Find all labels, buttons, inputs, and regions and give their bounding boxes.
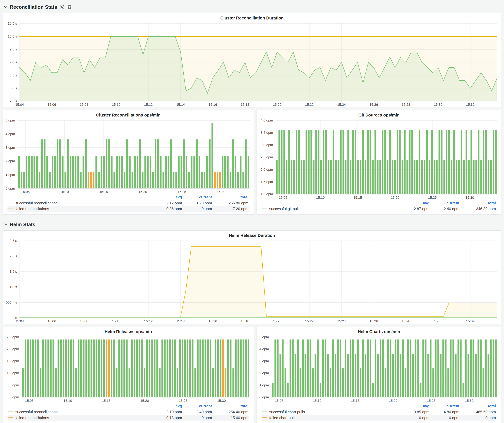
svg-text:3.5 opm: 3.5 opm — [261, 131, 273, 135]
legend-col-current[interactable]: current — [430, 403, 460, 409]
trash-icon[interactable] — [67, 5, 72, 9]
panel-helm-charts-opm: Helm Charts ops/min 5 opm4 opm3 opm2 opm… — [257, 327, 501, 423]
cluster-reconciliations-opm-chart[interactable]: 5 opm4 opm3 opm2 opm1 opm0 opm15:0515:10… — [3, 118, 254, 194]
svg-text:15:04: 15:04 — [15, 319, 24, 323]
svg-text:15:32: 15:32 — [466, 103, 474, 106]
panel-title[interactable]: Helm Charts ops/min — [257, 327, 501, 335]
legend-col-current[interactable]: current — [430, 200, 460, 206]
legend-current-value: 2.40 opm — [430, 206, 460, 212]
legend-col-total[interactable]: total — [460, 200, 497, 206]
legend-row[interactable]: failed reconciliations 0.06 opm 0 opm 7.… — [7, 206, 249, 212]
svg-text:500 ms: 500 ms — [6, 300, 17, 304]
svg-text:5 opm: 5 opm — [259, 335, 269, 339]
legend-col-total[interactable]: total — [460, 403, 497, 409]
svg-text:15:32: 15:32 — [466, 319, 474, 323]
helm-release-duration-chart[interactable]: 2.5 s2.0 s1.5 s1.0 s500 ms0 ns15:0415:06… — [3, 238, 501, 324]
panel-title[interactable]: Helm Release Duration — [3, 231, 501, 238]
svg-text:15:14: 15:14 — [176, 103, 185, 106]
svg-text:3 opm: 3 opm — [6, 146, 15, 150]
legend-avg-value: 0.13 opm — [153, 415, 183, 421]
legend-row[interactable]: successful reconciliations 2.10 opm 2.40… — [7, 409, 249, 415]
svg-text:15:06: 15:06 — [48, 103, 56, 106]
legend-total-value: 346.80 opm — [460, 206, 497, 212]
svg-text:15:30: 15:30 — [217, 190, 225, 194]
helm-charts-opm-chart[interactable]: 5 opm4 opm3 opm2 opm1 opm0 opm15:0515:10… — [257, 335, 501, 403]
svg-text:15:20: 15:20 — [140, 399, 149, 403]
legend-col-current[interactable]: current — [183, 194, 213, 200]
legend-col-avg[interactable]: avg — [153, 194, 183, 200]
svg-text:15:30: 15:30 — [466, 196, 474, 200]
svg-text:15:10: 15:10 — [313, 399, 322, 403]
legend-row[interactable]: failed reconciliations 0.13 opm 0 opm 15… — [7, 415, 249, 421]
svg-text:15:05: 15:05 — [275, 399, 283, 403]
svg-text:15:08: 15:08 — [80, 103, 88, 106]
legend-row[interactable]: successful reconciliations 2.12 opm 1.20… — [7, 200, 249, 206]
svg-text:4 opm: 4 opm — [6, 132, 15, 136]
legend-col-avg[interactable]: avg — [153, 403, 183, 409]
series-name: successful reconciliations — [15, 410, 58, 414]
series-swatch — [8, 203, 13, 203]
panel-title[interactable]: Cluster Reconciliations ops/min — [3, 110, 254, 118]
svg-text:15:20: 15:20 — [273, 319, 282, 323]
legend-row[interactable]: failed chart pulls 0 opm 0 opm 0 opm — [261, 415, 496, 421]
legend-col-current[interactable]: current — [183, 403, 213, 409]
svg-text:0.5 opm: 0.5 opm — [7, 383, 19, 387]
panel-title[interactable]: Git Sources ops/min — [257, 110, 501, 118]
gear-icon[interactable] — [60, 5, 65, 9]
svg-text:15:06: 15:06 — [48, 319, 56, 323]
svg-text:15:15: 15:15 — [102, 399, 110, 403]
legend-header-row: avg current total — [7, 194, 249, 200]
svg-text:15:24: 15:24 — [337, 319, 346, 323]
panel-title[interactable]: Helm Releases ops/min — [3, 327, 254, 335]
section-title[interactable]: Helm Stats — [10, 222, 35, 227]
svg-text:15:25: 15:25 — [179, 399, 187, 403]
panel-helm-releases-opm: Helm Releases ops/min 2.5 opm2.0 opm1.5 … — [3, 327, 254, 423]
svg-text:3.0 opm: 3.0 opm — [261, 143, 273, 147]
svg-text:15:28: 15:28 — [402, 319, 410, 323]
panel-helm-release-duration: Helm Release Duration 2.5 s2.0 s1.5 s1.0… — [3, 230, 501, 324]
svg-text:15:18: 15:18 — [241, 319, 249, 323]
legend-total-value: 465.60 opm — [460, 409, 497, 415]
svg-text:2 opm: 2 opm — [259, 371, 269, 375]
svg-text:15:10: 15:10 — [60, 190, 69, 194]
svg-text:15:05: 15:05 — [21, 190, 30, 194]
series-swatch — [8, 412, 13, 412]
svg-text:1 opm: 1 opm — [259, 383, 269, 387]
helm-releases-opm-chart[interactable]: 2.5 opm2.0 opm1.5 opm1.0 opm0.5 opm0 opm… — [3, 335, 254, 403]
svg-text:10.0 s: 10.0 s — [8, 35, 17, 38]
series-name: failed reconciliations — [15, 207, 49, 211]
dashboard: Reconciliation Stats — [0, 0, 504, 423]
legend-col-total[interactable]: total — [213, 194, 249, 200]
legend-row[interactable]: successful git pulls 2.87 opm 2.40 opm 3… — [261, 206, 496, 212]
legend-avg-value: 0 opm — [400, 415, 430, 421]
series-name: successful chart pulls — [269, 410, 305, 414]
svg-text:1.0 s: 1.0 s — [10, 285, 17, 289]
svg-text:10.5 s: 10.5 s — [8, 22, 17, 25]
svg-text:15:10: 15:10 — [63, 399, 72, 403]
svg-text:15:08: 15:08 — [80, 319, 88, 323]
series-name: failed chart pulls — [269, 416, 296, 420]
legend-col-avg[interactable]: avg — [400, 403, 430, 409]
cluster-reconciliation-duration-chart[interactable]: 10.5 s10.0 s9.5 s9.0 s8.5 s8.0 s7.5 s15:… — [3, 21, 501, 107]
legend-current-value: 0 opm — [183, 415, 213, 421]
chevron-down-icon[interactable] — [4, 222, 7, 226]
legend-col-total[interactable]: total — [213, 403, 249, 409]
legend-col-avg[interactable]: avg — [400, 200, 430, 206]
svg-text:15:10: 15:10 — [112, 103, 120, 106]
legend-current-value: 1.20 opm — [183, 200, 213, 206]
section-title[interactable]: Reconciliation Stats — [10, 4, 57, 10]
svg-text:15:12: 15:12 — [144, 103, 153, 106]
legend-row[interactable]: successful chart pulls 3.85 opm 4.80 opm… — [261, 409, 496, 415]
series-swatch — [8, 417, 13, 418]
panel-title[interactable]: Cluster Reconciliation Duration — [3, 13, 501, 21]
svg-text:2.5 opm: 2.5 opm — [7, 335, 19, 339]
svg-text:8.5 s: 8.5 s — [10, 73, 17, 77]
legend-avg-value: 2.12 opm — [153, 200, 183, 206]
chevron-down-icon[interactable] — [4, 5, 7, 9]
legend-avg-value: 2.10 opm — [153, 409, 183, 415]
series-swatch — [262, 412, 267, 412]
git-sources-opm-chart[interactable]: 4.0 opm3.5 opm3.0 opm2.5 opm2.0 opm1.5 o… — [257, 118, 501, 200]
section-header-helm-stats: Helm Stats — [0, 217, 504, 230]
legend-total-value: 15.60 opm — [213, 415, 249, 421]
svg-text:15:20: 15:20 — [273, 103, 282, 106]
